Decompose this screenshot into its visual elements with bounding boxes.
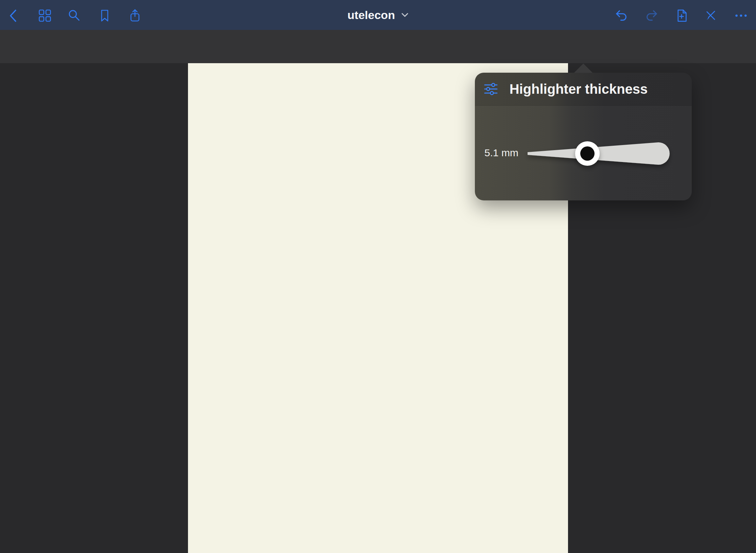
highlighter-thickness-popup: Highlighter thickness 5.1 mm (475, 73, 692, 200)
undo-icon (614, 8, 629, 23)
thickness-slider[interactable] (475, 105, 692, 200)
undo-button[interactable] (614, 8, 629, 23)
navigation-bar: utelecon (0, 0, 756, 30)
stop-drawing-icon (704, 8, 718, 23)
redo-button[interactable] (644, 8, 659, 23)
add-page-button[interactable] (674, 8, 689, 23)
redo-icon (644, 8, 659, 23)
slider-thumb[interactable] (575, 141, 600, 166)
canvas-area: Highlighter thickness 5.1 mm (0, 63, 756, 553)
more-button[interactable] (734, 8, 749, 23)
document-title-label: utelecon (347, 8, 395, 22)
chevron-down-icon (401, 13, 409, 17)
stop-drawing-button[interactable] (703, 8, 718, 23)
more-icon (734, 8, 749, 23)
sliders-icon (484, 83, 498, 95)
popup-arrow (574, 64, 593, 73)
document-title[interactable]: utelecon (0, 0, 756, 30)
popup-header: Highlighter thickness (475, 73, 692, 105)
popup-title: Highlighter thickness (505, 73, 652, 105)
tools-toolbar (0, 30, 756, 63)
add-page-icon (674, 8, 689, 23)
popup-body: 5.1 mm (475, 105, 692, 200)
